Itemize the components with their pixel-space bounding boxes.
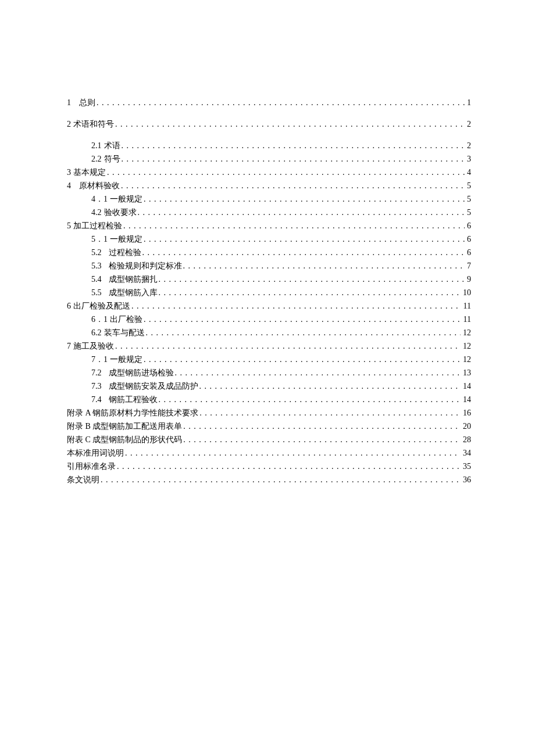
toc-entry: 7．1一般规定12 (67, 353, 471, 366)
toc-page-number: 5 (466, 179, 471, 192)
toc-label: 7.4钢筋工程验收 (67, 393, 158, 406)
toc-page-number: 12 (462, 339, 471, 353)
toc-label: 4原材料验收 (67, 179, 120, 192)
toc-entry: 附录 B 成型钢筋加工配送用表单20 (67, 420, 471, 433)
toc-leader-dots (159, 393, 461, 406)
toc-label: 本标准用词说明 (67, 446, 124, 460)
toc-title: 一般规定 (110, 235, 142, 243)
toc-entry: 6.2装车与配送12 (67, 326, 471, 339)
toc-number: 6 (67, 302, 71, 310)
toc-label: 1总则 (67, 96, 95, 109)
toc-page-number: 28 (462, 433, 471, 446)
toc-title: 原材料验收 (79, 181, 120, 190)
toc-title: 术语和符号 (73, 120, 114, 128)
toc-number: 2.2 (91, 155, 102, 163)
toc-page-number: 6 (466, 232, 471, 246)
toc-label: 4．1一般规定 (67, 192, 142, 206)
toc-leader-dots (115, 339, 461, 353)
toc-leader-dots (97, 96, 465, 109)
toc-entry: 引用标准名录35 (67, 460, 471, 473)
toc-leader-dots (199, 406, 461, 420)
toc-entry: 本标准用词说明34 (67, 446, 471, 460)
toc-number: 5.2 (91, 248, 102, 257)
toc-title: 施工及验收 (73, 342, 114, 350)
toc-title: 一般规定 (110, 355, 142, 364)
toc-page-number: 12 (462, 353, 471, 366)
toc-title: 一般规定 (110, 195, 142, 203)
toc-page-number: 6 (466, 219, 471, 232)
toc-number: 3 (67, 168, 71, 177)
toc-label: 5.2过程检验 (67, 246, 141, 259)
toc-page-number: 20 (462, 420, 471, 433)
toc-number: 4 (67, 181, 71, 190)
toc-page-number: 36 (462, 473, 471, 486)
toc-entry: 7.2成型钢筋进场检验13 (67, 366, 471, 379)
toc-title: 成型钢筋捆扎 (109, 275, 158, 284)
toc-title: 条文说明 (67, 475, 99, 484)
toc-entry: 5.4成型钢筋捆扎9 (67, 273, 471, 286)
toc-entry: 5加工过程检验6 (67, 219, 471, 232)
toc-leader-dots (183, 433, 461, 446)
toc-leader-dots (117, 460, 461, 473)
toc-page-number: 4 (466, 166, 471, 179)
toc-label: 4.2验收要求 (67, 206, 137, 219)
toc-label: 6．1出厂检验 (67, 313, 142, 326)
toc-title: 附录 A 钢筋原材料力学性能技术要求 (67, 409, 198, 417)
toc-page-number: 3 (466, 152, 471, 166)
toc-label: 6.2装车与配送 (67, 326, 145, 339)
toc-label: 6出厂检验及配送 (67, 299, 130, 313)
toc-label: 2.1术语 (67, 139, 120, 152)
toc-page-number: 11 (462, 313, 471, 326)
toc-label: 引用标准名录 (67, 460, 116, 473)
toc-leader-dots (125, 446, 461, 460)
toc-page-number: 10 (462, 286, 471, 299)
toc-entry: 3基本规定4 (67, 166, 471, 179)
toc-label: 5加工过程检验 (67, 219, 122, 232)
toc-number: 7 (67, 342, 71, 350)
toc-page-number: 7 (466, 259, 471, 273)
toc-page-number: 1 (466, 96, 471, 109)
toc-page-number: 34 (462, 446, 471, 460)
toc-entry: 5.3检验规则和判定标准7 (67, 259, 471, 273)
toc-entry: 4原材料验收5 (67, 179, 471, 192)
toc-entry: 5．1一般规定6 (67, 232, 471, 246)
toc-entry: 条文说明36 (67, 473, 471, 486)
toc-entry: 附表 C 成型钢筋制品的形状代码28 (67, 433, 471, 446)
toc-title: 检验规则和判定标准 (109, 261, 182, 270)
toc-leader-dots (123, 219, 465, 232)
toc-leader-dots (144, 192, 465, 206)
toc-title: 基本规定 (73, 168, 106, 177)
toc-label: 2.2符号 (67, 152, 120, 166)
toc-leader-dots (146, 326, 461, 339)
toc-label: 7．1一般规定 (67, 353, 142, 366)
toc-title: 本标准用词说明 (67, 449, 124, 457)
toc-label: 条文说明 (67, 473, 99, 486)
toc-number: 7.2 (91, 368, 102, 377)
toc-label: 5.3检验规则和判定标准 (67, 259, 182, 273)
toc-title: 钢筋工程验收 (109, 395, 158, 404)
toc-number: 1 (67, 98, 71, 107)
toc-title: 出厂检验 (110, 315, 142, 324)
toc-entry: 2.2符号3 (67, 152, 471, 166)
toc-leader-dots (199, 379, 461, 393)
table-of-contents: 1总则12术语和符号22.1术语22.2符号33基本规定44原材料验收54．1一… (67, 96, 471, 486)
toc-entry: 6出厂检验及配送11 (67, 299, 471, 313)
toc-leader-dots (122, 152, 465, 166)
toc-number: 2.1 (91, 141, 102, 150)
toc-title: 验收要求 (104, 208, 137, 217)
toc-leader-dots (115, 117, 465, 131)
toc-number: 5．1 (91, 235, 108, 243)
toc-page-number: 11 (462, 299, 471, 313)
toc-title: 附录 B 成型钢筋加工配送用表单 (67, 422, 182, 431)
toc-leader-dots (138, 206, 465, 219)
toc-leader-dots (144, 353, 461, 366)
toc-leader-dots (144, 313, 461, 326)
toc-number: 6.2 (91, 328, 102, 337)
toc-entry: 4．1一般规定5 (67, 192, 471, 206)
toc-entry: 附录 A 钢筋原材料力学性能技术要求16 (67, 406, 471, 420)
toc-title: 加工过程检验 (73, 221, 122, 230)
toc-label: 附录 A 钢筋原材料力学性能技术要求 (67, 406, 198, 420)
toc-label: 2术语和符号 (67, 117, 114, 131)
toc-title: 过程检验 (109, 248, 141, 257)
toc-label: 7施工及验收 (67, 339, 114, 353)
